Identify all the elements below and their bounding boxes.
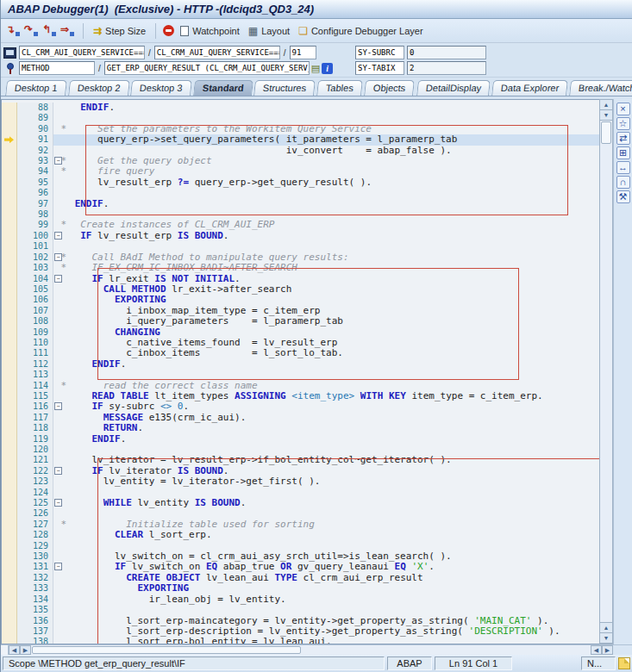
sy-subrc-value[interactable]: 0 xyxy=(407,46,486,59)
breakpoint-stop-icon[interactable] xyxy=(163,25,174,36)
line-number[interactable]: 125 xyxy=(17,498,53,508)
code-line[interactable]: 106 EXPORTING xyxy=(2,295,599,305)
code-line[interactable]: 107 i_inbox_map_item_type = c_item_erp xyxy=(2,306,599,316)
line-number[interactable]: 98 xyxy=(17,209,53,220)
line-number[interactable]: 113 xyxy=(17,370,53,380)
line-number[interactable]: 133 xyxy=(17,583,53,594)
event-type-field[interactable]: METHOD xyxy=(19,61,95,75)
breakpoint-gutter[interactable] xyxy=(2,594,17,605)
line-number[interactable]: 123 xyxy=(17,476,53,487)
code-line[interactable]: 116− IF sy-subrc <> 0. xyxy=(2,401,599,412)
breakpoint-gutter[interactable] xyxy=(2,445,17,455)
code-line[interactable]: 130 lv_switch_on = cl_crm_aui_asy_srch_u… xyxy=(2,551,599,562)
fold-toggle-icon[interactable]: − xyxy=(54,275,62,283)
code-line[interactable]: 138 l_sort_erp-bol_entity = lv_lean_aui. xyxy=(2,637,599,644)
line-number[interactable]: 128 xyxy=(17,530,53,540)
breakpoint-gutter[interactable] xyxy=(2,306,17,316)
tab-objects[interactable]: Objects xyxy=(364,80,415,96)
line-number[interactable]: 119 xyxy=(17,434,53,445)
code-line[interactable]: 102−* Call BAdI Method to manipulate que… xyxy=(2,252,599,263)
line-number[interactable]: 90 xyxy=(17,124,53,134)
code-line[interactable]: 110 c_native_items_found = lv_result_erp xyxy=(2,338,599,348)
line-number[interactable]: 112 xyxy=(17,359,53,370)
code-line[interactable]: 96 xyxy=(2,188,599,198)
line-number[interactable]: 137 xyxy=(17,626,53,637)
new-session-icon[interactable]: ☆ xyxy=(616,117,630,130)
horizontal-scroll-thumb[interactable] xyxy=(32,646,301,654)
services-icon[interactable]: ∩ xyxy=(616,176,630,189)
breakpoint-gutter[interactable] xyxy=(2,166,17,177)
code-line[interactable]: 88 ENDIF. xyxy=(2,103,599,113)
line-number[interactable]: 111 xyxy=(17,348,53,358)
line-number[interactable]: 105 xyxy=(17,284,53,295)
code-line[interactable]: 114* read the correct class name xyxy=(2,381,599,391)
breakpoint-gutter[interactable] xyxy=(2,401,17,412)
breakpoint-gutter[interactable] xyxy=(2,338,17,348)
event-name-field[interactable]: GET_ERP_QUERY_RESULT (CL_CRM_AUI_QUERY_S… xyxy=(104,61,310,75)
code-line[interactable]: 135 xyxy=(2,605,599,615)
vertical-scrollbar[interactable]: ▲ ▼ ▲ ▼ xyxy=(599,99,613,644)
breakpoint-gutter[interactable] xyxy=(2,520,17,530)
main-program-field[interactable]: CL_CRM_AUI_QUERY_SERVICE=====_ xyxy=(19,46,145,59)
breakpoint-gutter[interactable] xyxy=(2,391,17,401)
code-line[interactable]: 123 lv_entity = lv_iterator->get_first( … xyxy=(2,476,599,487)
line-number[interactable]: 101 xyxy=(17,241,53,252)
line-number[interactable]: 96 xyxy=(17,188,53,198)
line-number[interactable]: 136 xyxy=(17,616,53,626)
breakpoint-gutter[interactable] xyxy=(2,359,17,370)
line-number[interactable]: 126 xyxy=(17,508,53,519)
breakpoint-gutter[interactable] xyxy=(2,616,17,626)
breakpoint-gutter[interactable] xyxy=(2,252,17,263)
line-number[interactable]: 138 xyxy=(17,637,53,644)
line-number[interactable]: 103 xyxy=(17,263,53,273)
code-line[interactable]: 125− WHILE lv_entity IS BOUND. xyxy=(2,498,599,508)
breakpoint-gutter[interactable] xyxy=(2,199,17,209)
breakpoint-gutter[interactable] xyxy=(2,209,17,220)
breakpoint-gutter[interactable] xyxy=(2,605,17,615)
line-number[interactable]: 88 xyxy=(17,103,53,113)
code-line[interactable]: 126 xyxy=(2,508,599,519)
code-line[interactable]: 99* Create instances of CL_CRM_AUI_ERP xyxy=(2,220,599,230)
scroll-left-button-2[interactable]: ◀ xyxy=(591,645,602,655)
code-line[interactable]: 117 MESSAGE e135(crm_ic_aui). xyxy=(2,413,599,423)
step-over-button[interactable]: ↷ xyxy=(23,23,40,38)
code-line[interactable]: 134 ir_lean_obj = lv_entity. xyxy=(2,594,599,605)
sy-tabix-value[interactable]: 2 xyxy=(407,61,486,75)
vertical-scroll-thumb[interactable] xyxy=(601,121,611,144)
code-line[interactable]: 105 CALL METHOD lr_exit->after_search xyxy=(2,284,599,295)
line-number[interactable]: 130 xyxy=(17,551,53,562)
close-editor-icon[interactable]: × xyxy=(616,103,630,115)
code-line[interactable]: 93−* Get the query object xyxy=(2,156,599,166)
breakpoint-gutter[interactable] xyxy=(2,508,17,519)
fold-toggle-icon[interactable]: − xyxy=(54,467,62,475)
code-line[interactable]: 104− IF lr_exit IS NOT INITIAL. xyxy=(2,274,599,284)
code-line[interactable]: 90* Set the parameters to the Workitem Q… xyxy=(2,124,599,134)
breakpoint-gutter[interactable] xyxy=(2,498,17,508)
watchpoint-button[interactable]: Watchpoint xyxy=(178,24,242,38)
line-number[interactable]: 100 xyxy=(17,231,53,241)
breakpoint-gutter[interactable] xyxy=(2,316,17,327)
info-icon[interactable]: i xyxy=(322,63,333,74)
code-line[interactable]: 98 xyxy=(2,209,599,220)
code-line[interactable]: 128 CLEAR l_sort_erp. xyxy=(2,530,599,540)
code-line[interactable]: 112 ENDIF. xyxy=(2,359,599,370)
code-line[interactable]: 122− IF lv_iterator IS BOUND. xyxy=(2,466,599,476)
breakpoint-gutter[interactable] xyxy=(2,423,17,433)
breakpoint-gutter[interactable] xyxy=(2,156,17,166)
fold-column[interactable]: − xyxy=(53,401,69,412)
code-line[interactable]: 95 lv_result_erp ?= query_erp->get_query… xyxy=(2,177,599,188)
code-line[interactable]: 132 CREATE OBJECT lv_lean_aui TYPE cl_cr… xyxy=(2,573,599,583)
breakpoint-gutter[interactable] xyxy=(2,381,17,391)
breakpoint-gutter[interactable] xyxy=(2,466,17,476)
breakpoint-gutter[interactable] xyxy=(2,124,17,134)
breakpoint-gutter[interactable] xyxy=(2,626,17,637)
breakpoint-gutter[interactable] xyxy=(2,573,17,583)
tab-structures[interactable]: Structures xyxy=(253,80,316,96)
code-line[interactable]: 103* IF_EX_CRM_IC_INBOX_BADI~AFTER_SEARC… xyxy=(2,263,599,273)
code-line[interactable]: 115 READ TABLE lt_item_types ASSIGNING <… xyxy=(2,391,599,401)
fold-column[interactable]: − xyxy=(53,562,69,572)
line-number[interactable]: 91 xyxy=(17,134,53,145)
code-line[interactable]: 97 ENDIF. xyxy=(2,199,599,209)
fold-column[interactable]: − xyxy=(53,498,69,508)
breakpoint-gutter[interactable] xyxy=(2,434,17,445)
